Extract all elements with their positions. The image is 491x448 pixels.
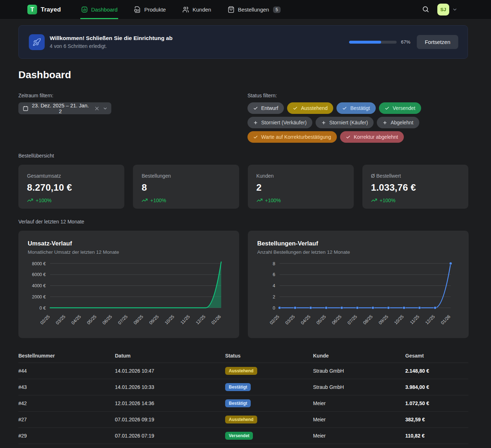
- svg-text:02/25: 02/25: [39, 314, 51, 325]
- status-chip-label: Storniert (Käufer): [329, 120, 368, 125]
- plus-icon: [383, 120, 387, 125]
- svg-text:05/25: 05/25: [86, 314, 98, 325]
- products-icon: [134, 6, 141, 13]
- column-header: Gesamt: [405, 353, 468, 359]
- status-chip[interactable]: Korrektur abgelehnt: [340, 131, 404, 143]
- date-chevron-down-icon[interactable]: [103, 106, 108, 111]
- plus-icon: [321, 120, 326, 125]
- svg-text:6000 €: 6000 €: [32, 272, 46, 277]
- trending-up-icon: [371, 197, 377, 203]
- status-chip-label: Abgelehnt: [390, 120, 413, 125]
- svg-text:09/25: 09/25: [148, 314, 160, 325]
- order-date: 07.01.2026 07:19: [115, 433, 225, 439]
- status-chip[interactable]: Storniert (Verkäufer): [247, 117, 312, 128]
- order-number: #44: [18, 368, 115, 374]
- chart-subtitle: Monatlicher Umsatz der letzten 12 Monate: [28, 249, 230, 255]
- clear-date-icon[interactable]: [94, 106, 99, 111]
- svg-text:10/25: 10/25: [393, 314, 405, 325]
- status-chip[interactable]: Storniert (Käufer): [316, 117, 374, 128]
- table-row[interactable]: #6 05.01.2026 18:59 Versendet Straub Gmb…: [18, 444, 468, 448]
- brand[interactable]: T Trayed: [27, 0, 61, 19]
- user-menu[interactable]: SJ: [437, 4, 457, 15]
- nav-item-dashboard[interactable]: Dashboard: [80, 0, 118, 19]
- status-chip[interactable]: Ausstehend: [287, 102, 333, 114]
- nav-item-bestellungen[interactable]: Bestellungen 5: [227, 0, 281, 19]
- chart-card: Umsatz-Verlauf Monatlicher Umsatz der le…: [18, 231, 239, 338]
- orders-table: BestellnummerDatumStatusKundeGesamt #44 …: [18, 349, 468, 448]
- date-range-picker[interactable]: 23. Dez. 2025 – 21. Jan. 2: [18, 102, 111, 114]
- progress-fill: [349, 41, 381, 44]
- stat-card-delta: +100%: [256, 197, 345, 203]
- status-chip-label: Bestätigt: [350, 105, 370, 111]
- calendar-icon: [23, 106, 28, 111]
- svg-text:6: 6: [273, 272, 275, 277]
- nav-item-kunden[interactable]: Kunden: [182, 0, 212, 19]
- order-customer: Meier: [313, 400, 405, 406]
- table-row[interactable]: #44 14.01.2026 10:47 Ausstehend Straub G…: [18, 363, 468, 379]
- status-chip[interactable]: Abgelehnt: [377, 117, 419, 128]
- svg-text:08/25: 08/25: [133, 314, 144, 325]
- order-customer: Meier: [313, 417, 405, 422]
- check-icon: [346, 135, 351, 139]
- progress-label: 67%: [401, 39, 410, 45]
- status-chip-label: Warte auf Korrekturbestätigung: [261, 134, 331, 140]
- table-row[interactable]: #43 14.01.2026 10:33 Bestätigt Straub Gm…: [18, 379, 468, 395]
- svg-text:11/25: 11/25: [179, 314, 191, 325]
- order-number: #29: [18, 433, 115, 439]
- trending-up-icon: [256, 197, 263, 203]
- nav-item-label: Bestellungen: [238, 6, 269, 13]
- overview-heading: Bestellübersicht: [18, 153, 486, 159]
- orders-count-badge: 5: [273, 6, 281, 13]
- stat-cards: Gesamtumsatz 8.270,10 € +100% Bestellung…: [18, 165, 468, 209]
- nav-item-label: Produkte: [144, 6, 166, 13]
- nav-item-label: Dashboard: [91, 6, 117, 13]
- nav-item-produkte[interactable]: Produkte: [133, 0, 166, 19]
- svg-text:4: 4: [273, 283, 275, 288]
- order-number: #43: [18, 384, 115, 390]
- table-header-row: BestellnummerDatumStatusKundeGesamt: [18, 349, 468, 363]
- status-chip[interactable]: Versendet: [379, 102, 421, 114]
- search-button[interactable]: [422, 5, 429, 14]
- svg-text:8000 €: 8000 €: [32, 261, 46, 266]
- continue-button[interactable]: Fortsetzen: [417, 35, 458, 49]
- order-date: 14.01.2026 10:33: [115, 384, 225, 390]
- date-range-value: 23. Dez. 2025 – 21. Jan. 2: [32, 103, 89, 114]
- svg-text:01/26: 01/26: [210, 314, 222, 325]
- stat-card-label: Bestellungen: [142, 173, 230, 179]
- chart-subtitle: Anzahl Bestellungen der letzten 12 Monat…: [257, 249, 459, 255]
- svg-text:07/25: 07/25: [347, 314, 358, 325]
- check-icon: [385, 106, 389, 111]
- stat-card: Gesamtumsatz 8.270,10 € +100%: [18, 165, 124, 209]
- status-chip-label: Storniert (Verkäufer): [261, 120, 307, 125]
- svg-text:01/26: 01/26: [440, 314, 451, 325]
- customers-icon: [182, 6, 189, 13]
- charts-row: Umsatz-Verlauf Monatlicher Umsatz der le…: [18, 231, 469, 338]
- order-customer: Straub GmbH: [313, 384, 405, 390]
- order-total: 1.072,50 €: [405, 400, 468, 406]
- stat-card-value: 8.270,10 €: [27, 182, 116, 193]
- table-row[interactable]: #42 12.01.2026 14:36 Bestätigt Meier 1.0…: [18, 395, 468, 412]
- status-chip-label: Entwurf: [261, 105, 278, 111]
- stat-card-label: Gesamtumsatz: [27, 173, 116, 179]
- svg-text:2000 €: 2000 €: [32, 294, 46, 300]
- table-row[interactable]: #29 07.01.2026 07:19 Versendet Meier 110…: [18, 428, 468, 444]
- table-row[interactable]: #27 07.01.2026 09:19 Ausstehend Meier 38…: [18, 412, 468, 428]
- dashboard-icon: [81, 6, 88, 13]
- nav-items: Dashboard Produkte Kunden Bestellungen 5: [80, 0, 281, 19]
- status-chip-label: Versendet: [393, 105, 415, 111]
- status-chip[interactable]: Bestätigt: [336, 102, 375, 114]
- status-chip[interactable]: Entwurf: [247, 102, 284, 114]
- stat-card-value: 2: [256, 182, 345, 193]
- status-filter-label: Status filtern:: [247, 93, 471, 98]
- stat-card-label: Kunden: [256, 173, 345, 179]
- charts-heading: Verlauf der letzten 12 Monate: [18, 219, 486, 225]
- svg-text:04/25: 04/25: [300, 314, 312, 325]
- svg-text:09/25: 09/25: [378, 314, 389, 325]
- status-badge: Bestätigt: [225, 383, 251, 391]
- status-chip[interactable]: Warte auf Korrekturbestätigung: [247, 131, 337, 143]
- svg-text:03/25: 03/25: [55, 314, 66, 325]
- avatar: SJ: [437, 4, 449, 15]
- trending-up-icon: [27, 197, 33, 203]
- svg-text:11/25: 11/25: [409, 314, 420, 325]
- column-header: Datum: [115, 353, 225, 359]
